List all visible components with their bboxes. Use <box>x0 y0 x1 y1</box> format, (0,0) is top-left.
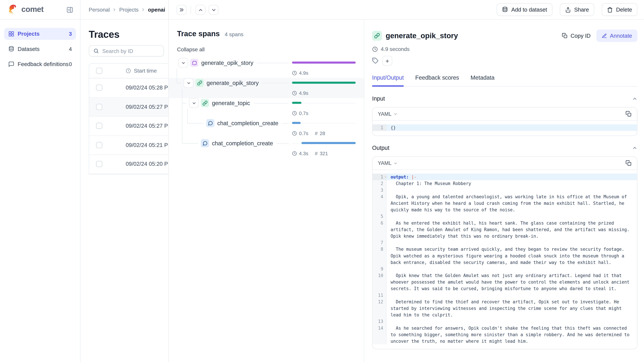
expand-collapse-chevron[interactable] <box>184 78 194 88</box>
divider <box>190 6 191 14</box>
clock-icon <box>292 151 297 156</box>
code-line: 14 As he searched for answers, Opik coul… <box>372 325 637 345</box>
duration-bar-box <box>292 98 356 108</box>
trace-table-row[interactable]: 09/02/24 05:27 PM <box>89 97 168 117</box>
duration-bar <box>301 142 356 144</box>
line-number: 4 <box>372 193 386 213</box>
search-box <box>89 45 164 57</box>
input-format-select[interactable]: YAML <box>378 111 398 117</box>
row-checkbox[interactable] <box>96 123 102 129</box>
duration-bar <box>292 102 301 104</box>
annotate-button[interactable]: Annotate <box>596 29 638 42</box>
clock-icon <box>292 70 297 75</box>
share-button[interactable]: Share <box>560 3 594 16</box>
sidebar-item-projects[interactable]: Projects 3 <box>4 28 76 40</box>
line-number: 13 <box>372 318 386 325</box>
sidebar-item-count: 3 <box>69 31 72 37</box>
line-number: 10 <box>372 272 386 292</box>
sidebar-item-label: Projects <box>18 31 40 37</box>
link-icon <box>196 79 204 87</box>
search-input[interactable] <box>102 48 156 54</box>
collapse-output-icon[interactable] <box>632 145 638 150</box>
row-checkbox[interactable] <box>96 85 102 91</box>
code-line: 1˅ output: |- <box>372 174 637 180</box>
expand-collapse-chevron[interactable] <box>189 98 199 108</box>
line-number: 3 <box>372 187 386 193</box>
add-tag-button[interactable]: + <box>382 56 392 66</box>
topbar-actions: Add to datasetShareDelete <box>496 3 644 16</box>
row-checkbox[interactable] <box>96 142 102 148</box>
database-icon <box>8 46 14 52</box>
column-header-start-time[interactable]: Start time <box>134 68 157 74</box>
panel-controls <box>176 5 218 15</box>
comet-logo[interactable]: comet <box>8 4 44 15</box>
span-duration-label: 4.9s <box>299 90 308 96</box>
span-detail-title: generate_opik_story <box>386 31 458 40</box>
database-icon <box>502 6 508 13</box>
sidebar-item-feedback-definitions[interactable]: Feedback definitions 0 <box>4 58 76 70</box>
tag-icon <box>372 57 379 64</box>
trace-spans-title: Trace spans <box>177 29 220 38</box>
next-trace-button[interactable] <box>209 5 218 15</box>
span-duration-label: 0.7s <box>299 130 308 136</box>
clock-icon <box>292 90 297 95</box>
span-tree-row-generate_topic[interactable]: generate_topic 0.7s <box>169 98 364 118</box>
trace-table-row[interactable]: 09/02/24 05:28 PM <box>89 78 168 97</box>
start-time-cell: 09/02/24 05:27 PM <box>126 123 168 129</box>
add-to-dataset-button[interactable]: Add to dataset <box>496 3 552 16</box>
output-format-select[interactable]: YAML <box>378 160 398 166</box>
logo-wordmark: comet <box>21 5 44 14</box>
chat-icon <box>201 139 209 147</box>
span-name: chat_completion_create <box>217 120 278 126</box>
previous-trace-button[interactable] <box>196 5 206 15</box>
comet-flame-icon <box>8 4 18 15</box>
expand-collapse-chevron[interactable] <box>178 58 188 68</box>
topbar: PersonalProjectsopenai-in Add to dataset… <box>80 0 644 20</box>
sidebar-item-count: 0 <box>69 61 72 67</box>
trace-table-row[interactable]: 09/02/24 05:20 PM <box>89 155 168 174</box>
select-all-checkbox[interactable] <box>96 68 102 74</box>
sidebar-item-datasets[interactable]: Datasets 4 <box>4 43 76 55</box>
chevron-right-icon <box>112 7 117 12</box>
span-tree-row-generate_opik_story[interactable]: generate_opik_story 4.9s <box>169 58 364 78</box>
clock-icon <box>126 68 131 73</box>
trace-table-row[interactable]: 09/02/24 05:27 PM <box>89 117 168 136</box>
collapse-input-icon[interactable] <box>632 96 638 101</box>
copy-output-button[interactable] <box>626 160 632 166</box>
duration-bar-box <box>292 138 356 148</box>
copy-id-button[interactable]: Copy ID <box>560 33 592 39</box>
span-tree-row-chat_completion_create[interactable]: chat_completion_create 0.7s #28 <box>169 118 364 138</box>
search-icon <box>93 48 99 54</box>
share-icon <box>565 7 571 12</box>
copy-icon <box>626 160 632 166</box>
collapse-all-button[interactable]: Collapse all <box>177 46 205 53</box>
span-duration: 4.9 seconds <box>381 46 410 52</box>
tab-input-output[interactable]: Input/Output <box>372 74 404 86</box>
clock-icon <box>292 111 297 115</box>
chevron-down-icon <box>394 112 398 116</box>
row-checkbox[interactable] <box>96 104 102 110</box>
tab-metadata[interactable]: Metadata <box>470 74 494 86</box>
breadcrumb-item[interactable]: Personal <box>89 6 110 13</box>
copy-input-button[interactable] <box>626 111 632 117</box>
expand-panel-button[interactable] <box>176 5 186 15</box>
code-line: 2 Chapter 1: The Museum Robbery <box>372 180 637 187</box>
delete-button[interactable]: Delete <box>602 3 638 16</box>
breadcrumb-item[interactable]: Projects <box>119 6 138 13</box>
span-tree: generate_opik_story 4.9s generate_opik_s… <box>169 58 364 158</box>
trash-icon <box>607 7 613 12</box>
input-code-card: YAML 1 {} <box>372 107 638 136</box>
token-count: #321 <box>315 150 328 156</box>
output-section-label: Output <box>372 144 390 151</box>
trace-table-row[interactable]: 09/02/24 05:21 PM <box>89 136 168 155</box>
start-time-cell: 09/02/24 05:21 PM <box>126 142 168 148</box>
line-number: 1˅ <box>372 174 386 180</box>
tab-feedback-scores[interactable]: Feedback scores <box>415 74 459 86</box>
span-tree-row-generate_opik_story[interactable]: generate_opik_story 4.9s <box>169 78 364 98</box>
span-detail-panel: generate_opik_story Copy ID Annotate 4.9… <box>364 20 644 362</box>
duration-bar-box <box>292 78 356 88</box>
span-tree-row-chat_completion_create[interactable]: chat_completion_create 4.3s #321 <box>169 138 364 158</box>
row-checkbox[interactable] <box>96 161 102 167</box>
sidebar-collapse-icon[interactable] <box>66 6 74 13</box>
span-name: generate_opik_story <box>206 80 259 86</box>
